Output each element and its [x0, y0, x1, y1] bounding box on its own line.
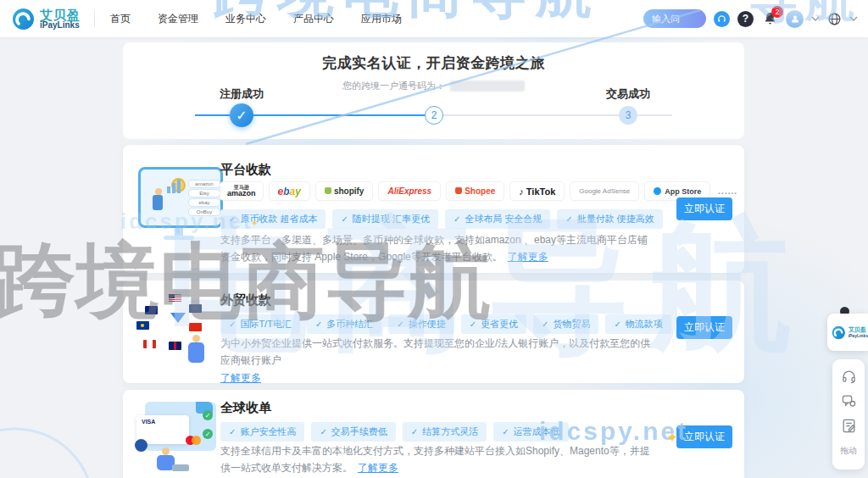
widget-chat-button[interactable] — [840, 392, 857, 409]
feature-tag: 全球布局 安全合规 — [445, 209, 550, 229]
feature-tag: 物流款项 — [605, 314, 670, 334]
feature-tag: 操作便捷 — [388, 314, 453, 334]
nav-item-products[interactable]: 产品中心 — [293, 12, 334, 26]
foreign-trade-illustration — [135, 291, 223, 375]
topbar-right-group: 2 — [643, 9, 858, 28]
download-arrow-graphic — [170, 313, 186, 331]
feature-tag: 更省更优 — [461, 314, 526, 334]
step3-circle: 3 — [619, 106, 637, 125]
platform-chip-tiktok: TikTok — [510, 182, 564, 200]
platform-logo-row: 亚马逊 amazon ebay shopify AliExpress Shope… — [220, 182, 739, 200]
card-description: 支持多平台、多渠道、多场景、多币种的全球收款，支持如amazon 、ebay等主… — [220, 231, 657, 266]
feature-tag-row: 原币收款 超省成本 随时提现 汇率更优 全球布局 安全合规 批量付款 便捷高效 — [220, 209, 663, 229]
ipaylinks-logo-icon — [12, 8, 35, 31]
feature-tag: 运营成本低 — [493, 422, 568, 442]
feature-tag: 结算方式灵活 — [403, 422, 487, 442]
feature-tag: 原币收款 超省成本 — [220, 209, 326, 229]
card-description: 支持全球信用卡及丰富的本地化支付方式，支持多种建站平台接入如Shopify、Ma… — [220, 442, 657, 477]
feature-tag-row: 账户安全性高 交易手续费低 结算方式灵活 运营成本低 — [220, 422, 569, 442]
nav-item-business[interactable]: 业务中心 — [225, 12, 266, 26]
platform-chip-amazon: 亚马逊 amazon — [220, 182, 263, 200]
feature-tag-row: 国际T/T电汇 多币种结汇 操作便捷 更省更优 货物贸易 物流款项 — [220, 314, 671, 334]
feature-tag: 批量付款 便捷高效 — [557, 209, 662, 229]
chat-bubbles-icon — [841, 393, 857, 409]
user-icon — [790, 14, 800, 24]
platform-chip-shopee: Shopee — [447, 182, 504, 200]
step3-label: 交易成功 — [590, 86, 666, 102]
flag-graphic — [145, 306, 158, 314]
widget-drag-handle[interactable]: 拖动 — [840, 445, 857, 457]
screen-item: ebay — [188, 198, 220, 207]
screen-item: OnBuy — [188, 208, 220, 216]
service-card-platform-collection: amazon Etsy ebay OnBuy 平台收款 亚马逊 amazon e… — [123, 145, 744, 273]
widget-feedback-form-button[interactable] — [840, 417, 857, 434]
search-input[interactable] — [643, 9, 706, 28]
service-card-foreign-trade-collection: 外贸收款 国际T/T电汇 多币种结汇 操作便捷 更省更优 货物贸易 物流款项 为… — [123, 281, 744, 383]
verify-now-button[interactable]: 立即认证 — [676, 425, 732, 448]
feature-tag: 国际T/T电汇 — [220, 314, 300, 334]
chevron-down-icon[interactable] — [849, 16, 858, 21]
widget-brand-en: iPayLinks — [849, 333, 868, 338]
feature-tag: 多币种结汇 — [307, 314, 381, 334]
platform-collection-illustration: amazon Etsy ebay OnBuy — [135, 164, 223, 255]
screen-item: Etsy — [188, 189, 220, 197]
widget-brand-logo[interactable]: 艾贝盈 iPayLinks — [827, 314, 868, 351]
verify-now-button[interactable]: 立即认证 — [676, 197, 732, 220]
chevron-down-icon[interactable] — [811, 16, 820, 21]
feature-tag: 交易手续费低 — [311, 422, 395, 442]
eu-flag-graphic — [136, 321, 149, 330]
screen-item: amazon — [188, 180, 220, 188]
notifications-button[interactable]: 2 — [761, 10, 778, 27]
brand-name-cn: 艾贝盈 — [40, 8, 81, 21]
verification-hero-card: 完成实名认证，开启资金跨境之旅 您的跨境一户通号码为： 注册成功 交易成功 ✓ … — [123, 42, 744, 139]
feature-tag: 货物贸易 — [533, 314, 598, 334]
customer-service-button[interactable] — [714, 11, 730, 27]
card-title: 平台收款 — [220, 162, 271, 178]
language-globe-button[interactable] — [827, 12, 842, 26]
form-edit-icon — [841, 418, 857, 434]
widget-toolbar: 拖动 — [832, 359, 865, 470]
headset-icon — [717, 14, 726, 24]
card-title: 外贸收款 — [220, 292, 271, 308]
learn-more-link[interactable]: 了解更多 — [358, 462, 398, 474]
uk-flag-graphic — [169, 342, 181, 350]
platform-chip-ebay: ebay — [270, 182, 309, 200]
headset-icon — [841, 369, 857, 385]
nav-item-funds[interactable]: 资金管理 — [158, 12, 198, 26]
nav-item-marketplace[interactable]: 应用市场 — [361, 12, 402, 26]
divider — [94, 10, 95, 27]
card-title: 全球收单 — [220, 400, 271, 416]
ipaylinks-logo-icon — [832, 325, 846, 340]
user-avatar[interactable] — [786, 10, 804, 28]
global-acquiring-illustration: VISA — [135, 398, 223, 478]
step1-done-check-icon: ✓ — [230, 103, 253, 127]
brand-logo[interactable]: 艾贝盈 iPayLinks — [12, 8, 81, 31]
main-nav: 首页 资金管理 业务中心 产品中心 应用市场 — [110, 12, 402, 26]
service-card-global-acquiring: VISA 全球收单 账户安全性高 交易手续费低 结算方式灵活 运营成本低 支持全… — [123, 390, 744, 478]
widget-customer-service-button[interactable] — [840, 368, 857, 385]
us-flag-graphic — [169, 294, 181, 303]
flag-graphic — [189, 304, 202, 313]
platform-chip-shopify: shopify — [316, 182, 373, 200]
step1-label: 注册成功 — [203, 86, 280, 102]
top-navigation-bar: 艾贝盈 iPayLinks 首页 资金管理 业务中心 产品中心 应用市场 2 — [0, 0, 868, 37]
nav-item-home[interactable]: 首页 — [110, 12, 131, 26]
help-button[interactable] — [737, 11, 754, 27]
brand-name-en: iPayLinks — [40, 21, 81, 30]
notification-badge: 2 — [771, 6, 783, 18]
learn-more-link[interactable]: 了解更多 — [508, 251, 548, 263]
platform-chip-aliexpress: AliExpress — [379, 182, 440, 200]
learn-more-link[interactable]: 了解更多 — [220, 372, 261, 384]
platform-chip-google-adsense: Google AdSense — [570, 182, 638, 200]
feature-tag: 账户安全性高 — [220, 422, 304, 442]
widget-brand-cn: 艾贝盈 — [849, 326, 868, 333]
monitor-graphic: amazon Etsy ebay OnBuy — [138, 167, 223, 228]
step2-circle: 2 — [425, 106, 443, 125]
verify-now-button[interactable]: 立即认证 — [676, 316, 732, 339]
card-description: 为中小外贸企业提供一站式收付款服务。支持提现至您的企业/法人银行账户，以及付款至… — [220, 335, 657, 386]
cn-flag-graphic — [189, 323, 202, 331]
ca-flag-graphic — [143, 340, 156, 348]
feature-tag: 随时提现 汇率更优 — [332, 209, 437, 229]
progress-stepper: 注册成功 交易成功 ✓ 2 3 — [123, 42, 744, 139]
